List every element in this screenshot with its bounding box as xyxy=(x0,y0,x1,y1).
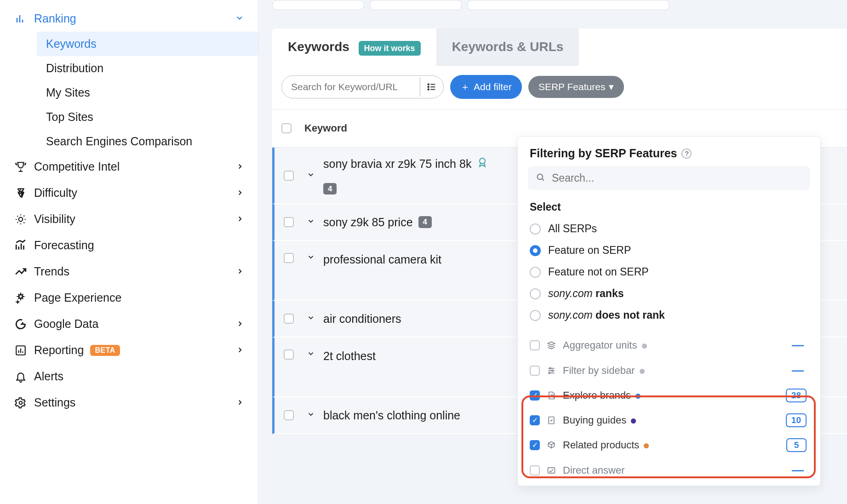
nav-label: Visibility xyxy=(34,212,75,226)
chevron-down-icon[interactable] xyxy=(307,349,317,360)
search-input[interactable] xyxy=(282,76,420,98)
feature-checkbox[interactable] xyxy=(530,366,540,376)
sidebar-sub-top-sites[interactable]: Top Sites xyxy=(37,105,258,129)
serp-features-button[interactable]: SERP Features ▾ xyxy=(528,76,624,98)
feature-icon xyxy=(546,466,556,475)
feature-row[interactable]: Explore brands 28 xyxy=(518,383,820,408)
svg-point-22 xyxy=(538,174,543,179)
select-label: Select xyxy=(518,196,820,218)
row-checkbox[interactable] xyxy=(284,410,294,420)
sidebar-sub-search-engines-comparison[interactable]: Search Engines Comparison xyxy=(37,129,258,154)
feature-checkbox[interactable] xyxy=(530,415,540,425)
svg-point-19 xyxy=(428,89,429,90)
col-keyword: Keyword xyxy=(304,122,347,134)
chevron-down-icon[interactable] xyxy=(307,171,317,181)
feature-row[interactable]: Aggregator units — xyxy=(518,332,820,358)
add-filter-label: Add filter xyxy=(474,81,512,92)
dash-icon: — xyxy=(789,338,807,352)
radio-option[interactable]: sony.com does not rank xyxy=(518,304,820,326)
feature-checkbox[interactable] xyxy=(530,465,540,475)
sidebar-item-trends[interactable]: Trends xyxy=(0,258,258,285)
count-badge: 4 xyxy=(418,216,432,228)
feature-icon xyxy=(546,341,556,350)
svg-point-31 xyxy=(551,395,553,397)
status-dot xyxy=(635,394,641,399)
chevron-right-icon xyxy=(236,265,244,278)
row-checkbox[interactable] xyxy=(284,314,294,324)
main-content: Keywords How it works Keywords & URLs ＋ … xyxy=(258,0,847,504)
select-all-checkbox[interactable] xyxy=(281,123,292,133)
sidebar-sub-distribution[interactable]: Distribution xyxy=(37,56,258,80)
how-it-works-badge[interactable]: How it works xyxy=(359,41,421,56)
tab-label: Keywords xyxy=(288,40,349,54)
sidebar-ranking[interactable]: Ranking xyxy=(0,6,258,32)
radio-option[interactable]: Feature on SERP xyxy=(518,240,820,261)
sidebar-item-visibility[interactable]: Visibility xyxy=(0,206,258,232)
chevron-right-icon xyxy=(236,317,244,331)
row-checkbox[interactable] xyxy=(284,217,294,227)
radio-option[interactable]: sony.com ranks xyxy=(518,283,820,304)
nav-label: Page Experience xyxy=(34,291,121,304)
sidebar-item-competitive-intel[interactable]: Competitive Intel xyxy=(0,154,258,180)
radio-option[interactable]: All SERPs xyxy=(518,218,820,240)
row-checkbox[interactable] xyxy=(284,253,294,263)
radio-icon xyxy=(530,310,541,321)
feature-row[interactable]: Related products 5 xyxy=(518,433,820,458)
feature-checkbox[interactable] xyxy=(530,390,540,401)
feature-label: Filter by sidebar xyxy=(563,365,783,377)
row-checkbox[interactable] xyxy=(284,171,294,181)
tab-keywords-urls[interactable]: Keywords & URLs xyxy=(436,29,579,66)
chevron-down-icon[interactable] xyxy=(307,217,317,227)
feature-count: 5 xyxy=(786,438,807,452)
status-dot xyxy=(631,418,636,424)
pill[interactable] xyxy=(467,0,670,10)
help-icon[interactable]: ? xyxy=(681,149,692,159)
feature-row[interactable]: Buying guides 10 xyxy=(518,408,820,433)
chevron-right-icon xyxy=(236,186,244,200)
svg-point-14 xyxy=(19,401,23,404)
feature-count: 28 xyxy=(786,389,807,402)
svg-point-15 xyxy=(428,84,429,85)
chevron-down-icon[interactable] xyxy=(307,253,317,263)
chevron-down-icon[interactable] xyxy=(307,410,317,420)
feature-row[interactable]: Direct answer — xyxy=(518,458,820,483)
plus-icon: ＋ xyxy=(460,80,470,93)
chevron-right-icon xyxy=(236,344,244,357)
add-filter-button[interactable]: ＋ Add filter xyxy=(450,75,522,99)
sidebar-item-alerts[interactable]: Alerts xyxy=(0,363,258,389)
sidebar-item-google-data[interactable]: Google Data xyxy=(0,311,258,337)
row-checkbox[interactable] xyxy=(284,349,294,360)
tabs: Keywords How it works Keywords & URLs xyxy=(272,29,847,66)
chevron-down-icon[interactable] xyxy=(307,314,317,324)
radio-icon xyxy=(530,267,541,278)
list-icon[interactable] xyxy=(420,77,443,97)
nav-label: Difficulty xyxy=(34,186,77,200)
nav-icon xyxy=(14,397,28,409)
sidebar-item-reporting[interactable]: ReportingBETA xyxy=(0,337,258,363)
tab-keywords[interactable]: Keywords How it works xyxy=(272,29,436,66)
chevron-right-icon xyxy=(236,160,244,173)
sidebar-item-forecasting[interactable]: Forecasting xyxy=(0,232,258,258)
feature-checkbox[interactable] xyxy=(530,440,540,450)
feature-row[interactable]: Filter by sidebar — xyxy=(518,358,820,383)
dropdown-search-input[interactable] xyxy=(552,172,802,184)
chevron-right-icon xyxy=(236,212,244,226)
status-dot xyxy=(640,369,645,374)
svg-rect-34 xyxy=(548,468,555,473)
sidebar-item-settings[interactable]: Settings xyxy=(0,389,258,416)
svg-point-26 xyxy=(549,367,551,369)
caret-down-icon: ▾ xyxy=(609,81,614,92)
nav-icon xyxy=(14,266,28,278)
feature-icon xyxy=(546,416,556,425)
chevron-down-icon xyxy=(235,12,244,25)
sidebar-sub-my-sites[interactable]: My Sites xyxy=(37,80,258,105)
feature-checkbox[interactable] xyxy=(530,340,540,350)
sidebar-item-difficulty[interactable]: Difficulty xyxy=(0,180,258,206)
pill[interactable] xyxy=(370,0,462,10)
sidebar: Ranking KeywordsDistributionMy SitesTop … xyxy=(0,0,258,504)
sidebar-sub-keywords[interactable]: Keywords xyxy=(37,32,258,56)
sidebar-item-page-experience[interactable]: Page Experience xyxy=(0,285,258,311)
pill[interactable] xyxy=(272,0,364,10)
nav-icon xyxy=(14,240,28,252)
radio-option[interactable]: Feature not on SERP xyxy=(518,261,820,283)
